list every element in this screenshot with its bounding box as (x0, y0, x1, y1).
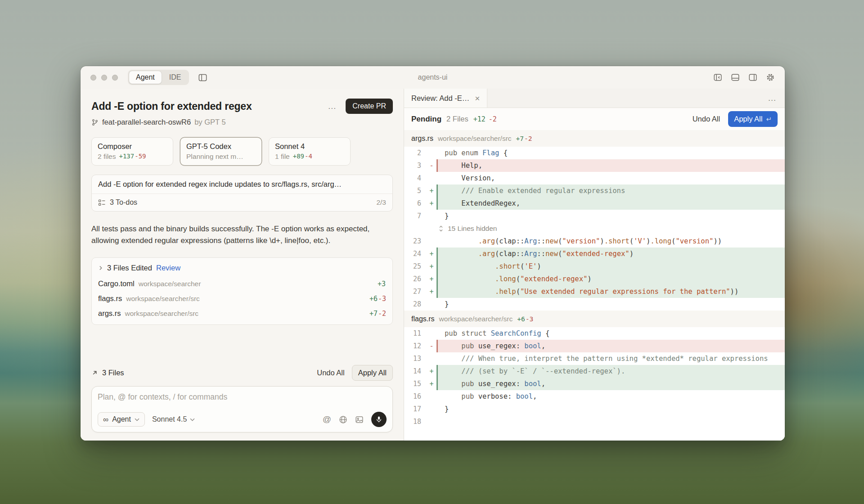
code-token: ( (671, 237, 675, 245)
code-text (436, 415, 785, 428)
view-mode-switcher: Agent IDE (128, 70, 189, 85)
diff-sign (427, 298, 436, 310)
todo-list-icon (98, 199, 106, 207)
line-number: 7 (404, 210, 427, 222)
panel-bottom-icon[interactable] (731, 73, 740, 82)
code-token: { (541, 329, 550, 338)
model-card[interactable]: Composer2 files+137-59 (91, 137, 173, 166)
agent-header-actions: … Create PR (328, 99, 393, 114)
panel-right-icon[interactable] (748, 73, 757, 82)
code-token: ) (600, 237, 604, 245)
close-tab-icon[interactable]: × (475, 94, 480, 103)
diff-line: 2pub enum Flag { (404, 147, 785, 159)
task-summary[interactable]: Add -E option for extended regex include… (92, 175, 392, 194)
model-card-status: Planning next m… (186, 153, 243, 161)
todos-progress: 2/3 (376, 198, 386, 207)
branch-author: by GPT 5 (194, 118, 225, 126)
review-status: Pending (411, 115, 441, 124)
window-body: Add -E option for extended regex … Creat… (81, 89, 785, 441)
code-token: ( (558, 250, 562, 258)
model-cards: Composer2 files+137-59GPT-5 CodexPlannin… (91, 137, 393, 166)
code-token: ) (537, 262, 541, 270)
agent-mode-selector[interactable]: ∞ Agent (98, 412, 145, 427)
model-card-stats: +137-59 (119, 153, 146, 161)
mention-icon[interactable]: @ (323, 414, 331, 424)
code-token: new (545, 237, 558, 245)
review-tab-label: Review: Add -E… (411, 94, 469, 103)
settings-gear-icon[interactable] (766, 73, 775, 82)
close-window-button[interactable] (90, 75, 96, 81)
code-token: .short (495, 262, 520, 270)
edited-files-list: Cargo.tomlworkspace/searcher+3flags.rswo… (92, 276, 392, 321)
code-token: bool (516, 392, 533, 400)
model-selector-label: Sonnet 4.5 (152, 415, 187, 423)
diff-sign: + (427, 184, 436, 197)
code-text: } (436, 210, 785, 222)
branch-row: feat-parallel-search-oswR6 by GPT 5 (91, 118, 393, 126)
model-card-meta: 1 file+89-4 (275, 153, 344, 161)
undo-all-button[interactable]: Undo All (317, 369, 344, 377)
model-card-meta: 2 files+137-59 (98, 153, 167, 161)
edited-file-row[interactable]: Cargo.tomlworkspace/searcher+3 (92, 276, 392, 291)
code-token: "version" (562, 237, 600, 245)
more-options-icon[interactable]: … (328, 101, 337, 111)
diff-line: 16 pub verbose: bool, (404, 390, 785, 403)
panel-left-collapse-icon[interactable] (713, 73, 722, 82)
diff-line: 26+ .long("extended-regex") (404, 273, 785, 285)
composer-icons: @ (323, 412, 387, 427)
code-token (445, 288, 495, 296)
model-card-files: 1 file (275, 153, 290, 161)
diff-line: 17} (404, 403, 785, 415)
model-card[interactable]: GPT-5 CodexPlanning next m… (180, 137, 262, 166)
code-text: pub use_regex: bool, (436, 378, 785, 390)
edited-file-info: Cargo.tomlworkspace/searcher (98, 279, 201, 288)
edited-file-row[interactable]: args.rsworkspace/searcher/src+7-2 (92, 306, 392, 321)
code-token: } (445, 212, 449, 220)
code-token: 'E' (524, 262, 537, 270)
edited-file-row[interactable]: flags.rsworkspace/searcher/src+6-3 (92, 291, 392, 306)
diff-file-header: args.rsworkspace/searcher/src+7-2 (404, 130, 785, 147)
model-selector[interactable]: Sonnet 4.5 (152, 415, 195, 423)
hidden-lines-row[interactable]: 15 Lines hidden (404, 222, 785, 235)
file-removed: -2 (378, 310, 386, 318)
review-apply-all-label: Apply All (734, 115, 762, 123)
chevron-down-icon (190, 418, 195, 421)
diff-sign (427, 235, 436, 248)
hidden-lines-label: 15 Lines hidden (448, 225, 497, 233)
code-token: Arg (524, 237, 537, 245)
tab-agent[interactable]: Agent (129, 71, 162, 84)
todos-row[interactable]: 3 To-dos 2/3 (92, 194, 392, 211)
create-pr-button[interactable]: Create PR (346, 99, 393, 114)
diff-sign (427, 403, 436, 415)
diff-sign (427, 327, 436, 340)
review-apply-all-button[interactable]: Apply All ↵ (728, 111, 778, 127)
model-card-name: Sonnet 4 (275, 142, 344, 151)
image-icon[interactable] (355, 415, 364, 424)
code-token: pub (461, 342, 478, 350)
diff-line: 11pub struct SearchConfig { (404, 327, 785, 340)
tabbar-more-options-icon[interactable]: … (760, 89, 785, 108)
sidebar-toggle-icon[interactable] (198, 73, 207, 82)
code-token: (clap:: (495, 250, 524, 258)
minimize-window-button[interactable] (101, 75, 107, 81)
tab-ide[interactable]: IDE (162, 71, 188, 84)
review-tab[interactable]: Review: Add -E… × (404, 89, 487, 108)
microphone-button[interactable] (371, 412, 387, 427)
composer: ∞ Agent Sonnet 4.5 @ (91, 386, 393, 432)
code-token: Flag (482, 149, 499, 157)
code-text: .arg(clap::Arg::new("version").short('V'… (436, 235, 785, 248)
review-link[interactable]: Review (156, 264, 180, 272)
diff-line: 25+ .short('E') (404, 260, 785, 273)
globe-icon[interactable] (339, 415, 347, 424)
apply-all-button[interactable]: Apply All (352, 365, 393, 381)
line-number: 5 (404, 184, 427, 197)
review-undo-all-button[interactable]: Undo All (693, 115, 720, 123)
code-token: bool (524, 380, 541, 388)
code-token (445, 342, 461, 350)
diff-line: 14+ /// (set by `-E` / `--extended-regex… (404, 365, 785, 378)
files-edited-header[interactable]: 3 Files Edited Review (92, 260, 392, 276)
composer-input[interactable] (98, 392, 387, 402)
model-card[interactable]: Sonnet 41 file+89-4 (269, 137, 351, 166)
zoom-window-button[interactable] (112, 75, 118, 81)
code-token: .short (604, 237, 630, 245)
